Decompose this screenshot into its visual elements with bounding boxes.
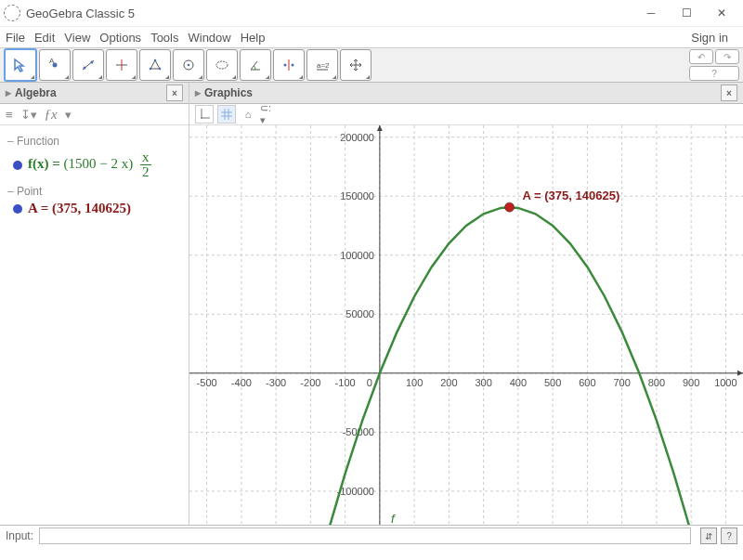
function-expression: f(x) = (1500 − 2 x) x2 xyxy=(28,150,151,179)
svg-point-12 xyxy=(188,64,190,67)
tool-move[interactable] xyxy=(4,48,37,82)
category-point: Point xyxy=(7,185,181,198)
algebra-close-button[interactable]: × xyxy=(166,85,183,101)
menubar: File Edit View Options Tools Window Help… xyxy=(0,27,743,47)
function-visibility-dot[interactable] xyxy=(13,161,22,170)
input-field[interactable] xyxy=(39,527,691,544)
undo-button[interactable]: ↶ xyxy=(689,49,713,64)
svg-point-8 xyxy=(154,59,157,62)
svg-text:-100: -100 xyxy=(335,377,356,388)
sort-icon[interactable]: ≡ xyxy=(6,108,13,122)
redo-button[interactable]: ↷ xyxy=(715,49,739,64)
main-panels: ▸ Algebra × ≡ ↧▾ ƒx ▾ Function f(x) = (1… xyxy=(0,83,743,525)
svg-text:f: f xyxy=(391,512,396,525)
svg-point-71 xyxy=(505,202,515,212)
svg-text:200000: 200000 xyxy=(340,132,374,143)
graphics-panel: ▸ Graphics × ⌂ ⊂: ▾ -500-400-300-200-100… xyxy=(189,83,743,525)
tool-perpendicular[interactable] xyxy=(106,49,137,81)
menu-view[interactable]: View xyxy=(64,31,90,45)
svg-marker-47 xyxy=(737,371,743,376)
sort-dropdown-icon[interactable]: ↧▾ xyxy=(20,108,37,122)
menu-help[interactable]: Help xyxy=(241,31,266,45)
input-help-button[interactable]: ? xyxy=(721,527,737,544)
algebra-toolbar: ≡ ↧▾ ƒx ▾ xyxy=(0,104,189,125)
svg-point-15 xyxy=(284,64,287,67)
svg-text:-200: -200 xyxy=(300,377,320,388)
svg-point-3 xyxy=(84,67,86,70)
svg-text:800: 800 xyxy=(648,377,665,388)
home-view-icon[interactable]: ⌂ xyxy=(240,106,256,123)
input-dropdown-button[interactable]: ⇵ xyxy=(700,527,717,544)
svg-text:-400: -400 xyxy=(231,377,252,388)
close-button[interactable]: ✕ xyxy=(704,0,739,26)
maximize-button[interactable]: ☐ xyxy=(669,0,704,26)
point-expression: A = (375, 140625) xyxy=(28,201,131,216)
svg-text:100000: 100000 xyxy=(340,250,374,261)
svg-point-4 xyxy=(91,61,94,64)
collapse-icon: ▸ xyxy=(6,86,11,99)
algebra-panel: ▸ Algebra × ≡ ↧▾ ƒx ▾ Function f(x) = (1… xyxy=(0,83,189,525)
tool-polygon[interactable] xyxy=(139,49,171,81)
menu-tools[interactable]: Tools xyxy=(150,31,178,45)
point-visibility-dot[interactable] xyxy=(13,204,22,214)
svg-text:400: 400 xyxy=(510,377,527,388)
fx-label[interactable]: ƒx xyxy=(45,107,58,123)
svg-text:700: 700 xyxy=(613,377,630,388)
input-bar: Input: ⇵ ? xyxy=(0,525,743,546)
axes-toggle-icon[interactable] xyxy=(195,105,214,124)
svg-text:a=2: a=2 xyxy=(317,61,330,70)
svg-text:1000: 1000 xyxy=(714,377,736,388)
svg-text:-500: -500 xyxy=(197,377,217,388)
grid-toggle-icon[interactable] xyxy=(217,105,236,124)
graphics-title: Graphics xyxy=(204,86,253,99)
svg-text:50000: 50000 xyxy=(345,308,374,319)
tool-line[interactable] xyxy=(72,49,104,81)
tool-slider[interactable]: a=2 xyxy=(306,49,338,81)
svg-marker-46 xyxy=(377,125,383,131)
point-item[interactable]: A = (375, 140625) xyxy=(13,201,181,216)
help-toolbar-button[interactable]: ? xyxy=(689,66,739,81)
tool-angle[interactable] xyxy=(240,49,271,81)
svg-text:500: 500 xyxy=(544,377,561,388)
tool-reflect[interactable] xyxy=(273,49,305,81)
menu-window[interactable]: Window xyxy=(188,31,230,45)
svg-text:0: 0 xyxy=(367,377,372,388)
minimize-button[interactable]: ─ xyxy=(633,0,669,26)
svg-text:200: 200 xyxy=(440,377,457,388)
snap-dropdown-icon[interactable]: ⊂: ▾ xyxy=(260,106,277,123)
toolbar: A a=2 ↶ ↷ ? xyxy=(0,47,743,83)
tool-ellipse[interactable] xyxy=(206,49,238,81)
svg-marker-7 xyxy=(150,60,160,69)
algebra-header[interactable]: ▸ Algebra × xyxy=(0,83,189,104)
category-function: Function xyxy=(7,135,181,148)
collapse-icon: ▸ xyxy=(195,86,201,99)
svg-text:A: A xyxy=(49,58,55,65)
menu-file[interactable]: File xyxy=(6,31,25,45)
svg-text:900: 900 xyxy=(683,377,699,388)
svg-point-10 xyxy=(150,68,152,71)
graphics-header[interactable]: ▸ Graphics × xyxy=(189,83,743,104)
svg-point-16 xyxy=(292,64,294,67)
fx-dropdown-icon[interactable]: ▾ xyxy=(65,108,72,122)
tool-circle[interactable] xyxy=(173,49,204,81)
menu-edit[interactable]: Edit xyxy=(34,31,55,45)
svg-text:A = (375, 140625): A = (375, 140625) xyxy=(523,189,620,202)
input-label: Input: xyxy=(6,529,33,542)
app-logo-icon xyxy=(4,5,20,21)
svg-point-9 xyxy=(159,68,162,71)
tool-move-view[interactable] xyxy=(340,49,372,81)
window-title: GeoGebra Classic 5 xyxy=(26,7,633,20)
menu-options[interactable]: Options xyxy=(99,31,141,45)
titlebar: GeoGebra Classic 5 ─ ☐ ✕ xyxy=(0,0,743,27)
svg-point-13 xyxy=(216,61,228,69)
graphics-close-button[interactable]: × xyxy=(721,85,737,101)
graphics-toolbar: ⌂ ⊂: ▾ xyxy=(189,104,743,125)
function-item[interactable]: f(x) = (1500 − 2 x) x2 xyxy=(13,150,181,179)
tool-point[interactable]: A xyxy=(39,49,71,81)
algebra-body: Function f(x) = (1500 − 2 x) x2 Point A … xyxy=(0,125,189,228)
sign-in-link[interactable]: Sign in xyxy=(691,31,728,45)
svg-text:300: 300 xyxy=(475,377,491,388)
graphics-view[interactable]: -500-400-300-200-10010020030040050060070… xyxy=(189,125,743,525)
svg-text:150000: 150000 xyxy=(340,190,374,202)
svg-text:-300: -300 xyxy=(266,377,286,388)
